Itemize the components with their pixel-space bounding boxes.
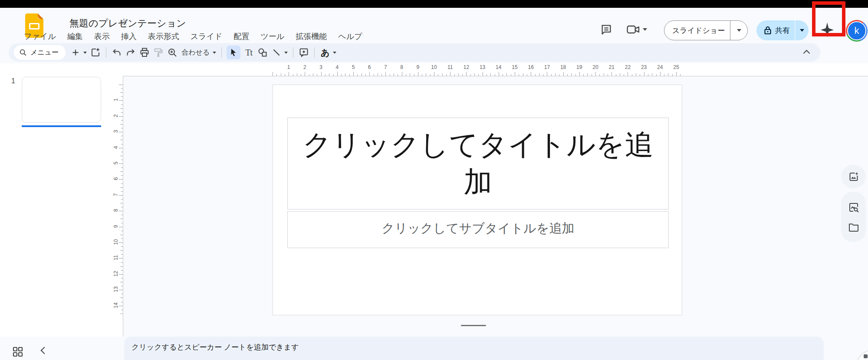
image-sparkle-icon bbox=[848, 171, 859, 182]
line-tool-caret[interactable] bbox=[284, 52, 288, 54]
annotation-highlight-box bbox=[812, 1, 845, 36]
folder-icon bbox=[848, 223, 859, 232]
text-options-caret[interactable] bbox=[333, 52, 336, 54]
shape-tool-button[interactable] bbox=[257, 46, 268, 59]
menu-bar: ファイル 編集 表示 挿入 表示形式 スライド 配置 ツール 拡張機能 ヘルプ bbox=[24, 31, 362, 42]
google-slides-window: 無題のプレゼンテーション ☆ ファイル 編集 表示 挿入 表示形式 スライド 配… bbox=[0, 0, 868, 360]
slide-number: 1 bbox=[11, 77, 15, 85]
comment-add-icon bbox=[299, 48, 309, 57]
toolbar-divider bbox=[106, 47, 106, 58]
header: 無題のプレゼンテーション ☆ ファイル 編集 表示 挿入 表示形式 スライド 配… bbox=[0, 8, 868, 43]
open-folder-button[interactable] bbox=[848, 223, 859, 232]
line-icon bbox=[273, 49, 280, 56]
star-outline-icon[interactable]: ☆ bbox=[120, 16, 128, 27]
select-tool-button[interactable] bbox=[227, 46, 240, 59]
slide-canvas[interactable]: クリックしてタイトルを追加 クリックしてサブタイトルを追加 bbox=[273, 85, 682, 315]
toolbar-menu-label: メニュー bbox=[30, 48, 59, 57]
text-options-icon: あ bbox=[321, 47, 329, 59]
shapes-icon bbox=[258, 48, 267, 57]
plus-icon bbox=[72, 49, 79, 56]
text-options-button[interactable]: あ bbox=[319, 46, 331, 59]
search-icon bbox=[19, 49, 27, 56]
slideshow-button[interactable]: スライドショー bbox=[664, 20, 748, 40]
insert-comment-button[interactable] bbox=[298, 46, 309, 59]
vertical-ruler: 1234567891011121314 bbox=[114, 85, 123, 316]
add-slide-template-icon bbox=[91, 48, 100, 57]
slide-thumbnail[interactable] bbox=[22, 77, 101, 123]
corner-button-glyph bbox=[864, 354, 868, 358]
grid-view-button[interactable] bbox=[12, 346, 23, 357]
lock-icon bbox=[764, 26, 772, 35]
chevron-up-icon bbox=[803, 50, 810, 57]
menu-arrange[interactable]: 配置 bbox=[233, 31, 249, 42]
menu-extensions[interactable]: 拡張機能 bbox=[296, 31, 327, 42]
subtitle-placeholder[interactable]: クリックしてサブタイトルを追加 bbox=[287, 211, 669, 248]
title-placeholder-text: クリックしてタイトルを追加 bbox=[292, 126, 665, 201]
undo-icon bbox=[112, 49, 121, 56]
comment-icon bbox=[600, 23, 612, 36]
zoom-fit-label: 合わせる bbox=[181, 48, 210, 57]
paint-roller-icon bbox=[154, 48, 163, 57]
new-slide-dropdown-caret[interactable] bbox=[83, 52, 87, 54]
toolbar-divider bbox=[314, 47, 315, 58]
generate-image-button[interactable] bbox=[841, 165, 866, 188]
collapse-filmstrip-button[interactable] bbox=[41, 347, 48, 354]
share-label: 共有 bbox=[775, 26, 790, 36]
toolbar-collapse-button[interactable] bbox=[803, 49, 810, 56]
thumbnail-selected-underline bbox=[22, 125, 101, 127]
title-placeholder[interactable]: クリックしてタイトルを追加 bbox=[287, 118, 669, 209]
menu-insert[interactable]: 挿入 bbox=[121, 31, 137, 42]
meet-button[interactable] bbox=[620, 21, 654, 38]
toolbar: メニュー bbox=[9, 43, 820, 62]
video-camera-icon bbox=[627, 24, 640, 35]
search-images-button[interactable] bbox=[848, 202, 859, 213]
logo-page-rect bbox=[29, 23, 39, 29]
paint-format-button[interactable] bbox=[153, 46, 164, 59]
cursor-arrow-icon bbox=[230, 48, 237, 57]
speaker-notes-panel[interactable]: クリックするとスピーカー ノートを追加できます bbox=[124, 337, 824, 360]
share-dropdown[interactable] bbox=[795, 20, 809, 40]
top-black-strip bbox=[0, 0, 868, 8]
zoom-fit-caret[interactable] bbox=[213, 52, 216, 54]
slideshow-label: スライドショー bbox=[664, 26, 730, 36]
zoom-button[interactable] bbox=[167, 46, 178, 59]
comments-button[interactable] bbox=[597, 21, 616, 38]
share-button[interactable]: 共有 bbox=[756, 20, 809, 40]
slideshow-dropdown[interactable] bbox=[730, 21, 747, 40]
speaker-notes-placeholder: クリックするとスピーカー ノートを追加できます bbox=[132, 342, 299, 352]
toolbar-divider bbox=[293, 47, 293, 58]
account-avatar[interactable]: k bbox=[846, 20, 868, 42]
redo-button[interactable] bbox=[125, 46, 136, 59]
image-search-icon bbox=[848, 202, 859, 213]
menu-tools[interactable]: ツール bbox=[260, 31, 284, 42]
avatar-initial: k bbox=[847, 21, 866, 40]
horizontal-ruler: 1234567891011121314151617181920212223242… bbox=[273, 64, 684, 76]
menu-help[interactable]: ヘルプ bbox=[338, 31, 362, 42]
undo-button[interactable] bbox=[111, 46, 122, 59]
meet-dropdown-caret[interactable] bbox=[643, 28, 647, 31]
share-caret-icon bbox=[800, 29, 804, 32]
print-button[interactable] bbox=[139, 46, 150, 59]
zoom-fit-button[interactable]: 合わせる bbox=[181, 46, 210, 59]
toolbar-divider bbox=[221, 47, 222, 58]
notes-resize-handle[interactable] bbox=[461, 325, 486, 326]
menu-format[interactable]: 表示形式 bbox=[148, 31, 179, 42]
textbox-icon: Tt bbox=[245, 48, 252, 58]
textbox-tool-button[interactable]: Tt bbox=[243, 46, 254, 59]
menu-view[interactable]: 表示 bbox=[94, 31, 110, 42]
print-icon bbox=[140, 48, 149, 57]
line-tool-button[interactable] bbox=[271, 46, 282, 59]
menu-file[interactable]: ファイル bbox=[24, 31, 56, 42]
logo-fold bbox=[38, 13, 43, 19]
templates-button[interactable] bbox=[90, 46, 101, 59]
zoom-in-icon bbox=[168, 48, 177, 57]
share-main[interactable]: 共有 bbox=[756, 26, 795, 36]
grid-view-icon bbox=[12, 346, 23, 357]
menu-edit[interactable]: 編集 bbox=[67, 31, 83, 42]
new-slide-button[interactable] bbox=[70, 46, 81, 59]
toolbar-menu-button[interactable]: メニュー bbox=[14, 45, 66, 60]
bottom-bar: クリックするとスピーカー ノートを追加できます bbox=[0, 337, 868, 360]
menu-slide[interactable]: スライド bbox=[191, 31, 223, 42]
image-tools-pill bbox=[841, 192, 866, 242]
slideshow-caret-icon bbox=[737, 29, 741, 32]
